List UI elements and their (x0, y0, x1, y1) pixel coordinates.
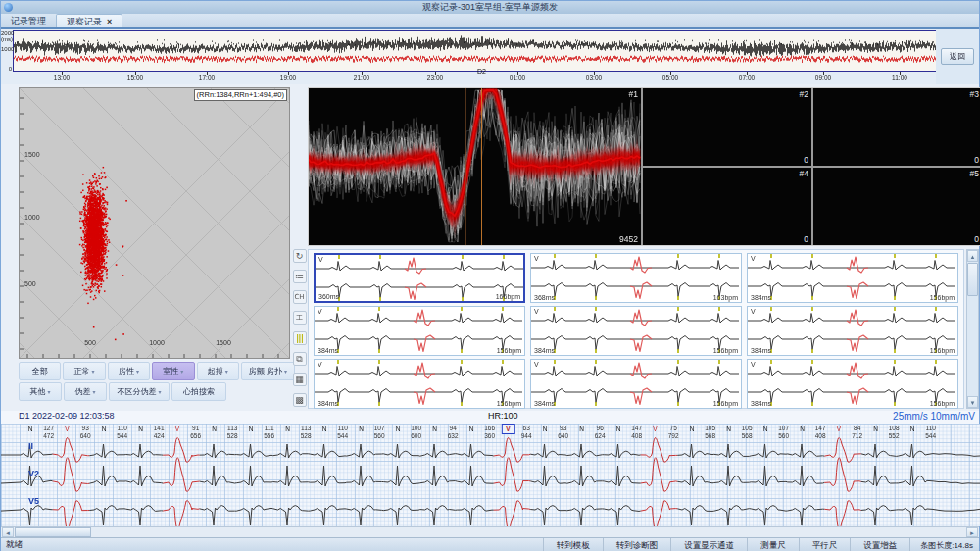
beat-mark[interactable]: N (212, 426, 217, 432)
window-title: 观察记录-301室早组-室早单源频发 (422, 1, 558, 14)
beat-cell[interactable]: V384ms156bpm (314, 359, 525, 409)
strip-horizontal-scrollbar[interactable]: ◄ ► (1, 526, 979, 537)
tab-observation-record[interactable]: 观察记录× (56, 14, 122, 27)
beat-mark[interactable]: V (65, 426, 69, 432)
statusbar-button[interactable]: 转到诊断图 (603, 538, 671, 551)
filter-button[interactable]: 伪差▾ (64, 382, 107, 401)
beat-mark[interactable]: N (469, 426, 474, 432)
measure-icon[interactable]: 工 (293, 311, 307, 325)
filter-button[interactable]: 不区分伪差▾ (109, 382, 170, 401)
beat-mark[interactable]: N (579, 426, 584, 432)
ecg-strip-viewer[interactable]: D1 2022-02-09 12:03:58 HR:100 25mm/s 10m… (1, 411, 979, 526)
statusbar-button[interactable]: 平行尺 (799, 538, 851, 551)
beat-cell[interactable]: V360ms166bpm (314, 253, 525, 303)
scroll-right-icon[interactable]: ► (966, 527, 978, 537)
grid-partial-icon[interactable]: ▩ (293, 393, 307, 407)
beat-rr-value: 792 (668, 432, 679, 439)
template-count-label: 0 (804, 155, 808, 165)
export-icon[interactable]: ⧉ (293, 352, 307, 366)
holter-analysis-window: 观察记录-301室早组-室早单源频发 记录管理观察记录× 2000(ms)100… (0, 0, 980, 551)
beat-mark[interactable]: N (543, 426, 548, 432)
template-panel[interactable]: #50 (813, 168, 980, 245)
numbered-list-icon[interactable]: ≔ (293, 270, 307, 283)
beat-mark[interactable]: N (28, 426, 33, 432)
statusbar-button[interactable]: 设置显示通道 (670, 538, 747, 551)
beat-mark[interactable]: N (726, 426, 731, 432)
template-panel[interactable]: #40 (643, 168, 811, 245)
beat-mark[interactable]: N (432, 426, 437, 432)
scroll-down-icon[interactable]: ▼ (967, 396, 978, 408)
template-panel[interactable]: #20 (643, 88, 811, 166)
statusbar-button[interactable]: 转到模板 (543, 538, 603, 551)
beat-cell[interactable]: V384ms156bpm (530, 306, 742, 356)
beat-mark[interactable]: N (359, 426, 364, 432)
beat-mark[interactable]: V (175, 426, 179, 432)
beat-mark[interactable]: N (138, 426, 143, 432)
ecg-waveform-area[interactable]: N127472V93640N110544N141424V91656N113528… (1, 424, 980, 526)
filter-button[interactable]: 室性▾ (152, 362, 194, 380)
beat-mark[interactable]: N (285, 426, 290, 432)
beat-waveform (531, 307, 739, 353)
beat-grid-scrollbar[interactable]: ▲ ▼ (966, 249, 979, 409)
scroll-left-icon[interactable]: ◄ (2, 527, 14, 537)
beat-mark[interactable]: N (690, 426, 695, 432)
beat-mark[interactable]: N (800, 426, 805, 432)
beat-mark[interactable]: N (910, 426, 915, 432)
beat-mark[interactable]: N (616, 426, 621, 432)
beat-waveform (531, 254, 739, 300)
template-panel[interactable]: #19452 (309, 88, 641, 245)
beat-cell[interactable]: V368ms163bpm (530, 253, 742, 303)
statusbar-button[interactable]: 设置增益 (850, 538, 909, 551)
beat-cell[interactable]: V384ms156bpm (747, 253, 958, 303)
filter-button[interactable]: 起搏▾ (197, 362, 239, 380)
filter-button[interactable]: 其他▾ (19, 382, 62, 401)
filter-button[interactable]: 心拍搜索 (172, 382, 226, 401)
rr-trend-plot[interactable] (13, 30, 937, 72)
beat-mark[interactable]: V (837, 426, 841, 432)
scrollbar-thumb[interactable] (15, 527, 91, 537)
beat-hr-value: 141 (154, 425, 165, 431)
filter-button[interactable]: 房性▾ (108, 362, 150, 380)
scatter-canvas[interactable] (20, 88, 289, 358)
refresh-icon[interactable]: ↻ (293, 249, 307, 263)
beat-waveform (748, 254, 956, 300)
scroll-up-icon[interactable]: ▲ (967, 250, 978, 262)
back-button[interactable]: 返回 (941, 48, 974, 65)
poincare-scatter-plot[interactable]: (RRn:1384,RRn+1:494,#0) 1500100050050010… (19, 87, 290, 359)
filter-button[interactable]: 房颤 房扑▾ (241, 362, 295, 380)
overview-time-tick-label: 01:00 (510, 75, 525, 81)
beat-mark[interactable]: N (102, 426, 107, 432)
rr-trend-canvas[interactable] (14, 31, 936, 71)
tab-record-management[interactable]: 记录管理 (1, 14, 56, 27)
histogram-icon[interactable]: ||| (293, 331, 307, 345)
tab-close-icon[interactable]: × (107, 15, 112, 28)
filter-button-label: 其他 (29, 386, 45, 397)
channels-icon[interactable]: CH (293, 290, 307, 304)
beat-mark[interactable]: V (653, 426, 657, 432)
template-id-label: #5 (970, 169, 979, 178)
selected-beat-box[interactable]: V (501, 424, 514, 434)
ecg-strip-header: D1 2022-02-09 12:03:58 HR:100 25mm/s 10m… (1, 411, 979, 424)
beat-filter-panel: 全部正常▾房性▾室性▾起搏▾房颤 房扑▾ 其他▾伪差▾不区分伪差▾心拍搜索 (19, 362, 295, 403)
beat-mark[interactable]: N (322, 426, 327, 432)
beat-cell[interactable]: V384ms156bpm (530, 359, 742, 409)
beat-mark[interactable]: N (873, 426, 878, 432)
grid-icon[interactable]: ▦ (293, 373, 307, 386)
beat-cell[interactable]: V384ms156bpm (747, 306, 958, 356)
beat-cell[interactable]: V384ms156bpm (314, 306, 525, 356)
beat-mark[interactable]: N (763, 426, 768, 432)
filter-button[interactable]: 全部 (19, 362, 61, 380)
beat-coupling-interval: 384ms (751, 294, 771, 301)
beat-rr-value: 544 (925, 432, 936, 439)
chevron-down-icon: ▾ (225, 368, 228, 375)
beat-rate-label: 156bpm (497, 347, 521, 354)
template-overlay-canvas[interactable] (309, 88, 641, 245)
beat-mark[interactable]: N (249, 426, 254, 432)
template-panel[interactable]: #30 (813, 88, 980, 166)
statusbar-button[interactable]: 测量尺 (747, 538, 799, 551)
beat-cell[interactable]: V384ms156bpm (747, 359, 958, 409)
scrollbar-thumb[interactable] (967, 263, 978, 296)
beat-lead-label: V (318, 361, 322, 368)
filter-button[interactable]: 正常▾ (63, 362, 105, 380)
beat-mark[interactable]: N (396, 426, 401, 432)
